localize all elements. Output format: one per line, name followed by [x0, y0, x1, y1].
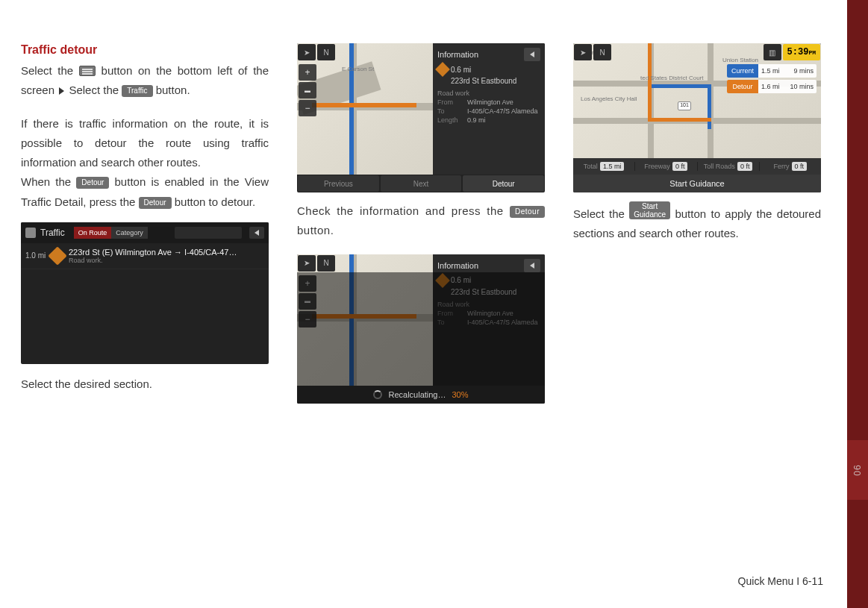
legend-current[interactable]: Current 1.5 mi9 mins [727, 64, 817, 78]
nav-arrow-button[interactable]: ➤ [574, 44, 592, 60]
traffic-row-title: 223rd St (E) Wilmington Ave → I-405/CA-4… [69, 248, 264, 257]
zoom-in-button[interactable]: + [299, 64, 316, 81]
legend-detour[interactable]: Detour 1.6 mi10 mins [727, 80, 817, 93]
screenshot-traffic-list: Traffic On Route Category 1.0 mi 223rd S… [21, 222, 269, 364]
traffic-search[interactable] [175, 227, 242, 239]
back-arrow-icon [255, 230, 259, 236]
traffic-row[interactable]: 1.0 mi 223rd St (E) Wilmington Ave → I-4… [21, 243, 269, 269]
detour-button-ref-2: Detour [139, 197, 172, 209]
legend-current-tag: Current [727, 64, 758, 78]
route-stats-bar: Total1.5 mi Freeway0 ft Toll Roads0 ft F… [573, 158, 821, 175]
roadwork-sign-icon [48, 246, 66, 265]
panel-back-button[interactable] [524, 48, 540, 61]
map-toolbar: ➤ N ▥ 5:39PM [573, 43, 821, 61]
bottom-bar: Previous Next Detour [297, 175, 545, 192]
info-section-title: Road work [437, 90, 540, 97]
start-guidance-button-ref: StartGuidance [629, 201, 670, 219]
traffic-tabs: On Route Category [74, 227, 148, 239]
traffic-icon [25, 228, 36, 238]
paragraph-3: When the Detour button is enabled in the… [21, 172, 269, 212]
spinner-icon [373, 390, 382, 399]
next-button[interactable]: Next [381, 175, 462, 192]
traffic-header: Traffic On Route Category [21, 222, 269, 243]
chapter-highlight: 06 [847, 440, 868, 500]
info-panel: Information 0.6 mi 223rd St Eastbound Ro… [433, 43, 545, 175]
legend-detour-tag: Detour [727, 80, 758, 93]
info-from: Wilmington Ave [467, 98, 513, 106]
recalc-percent: 30% [452, 390, 469, 399]
scale-button[interactable]: ▬ [299, 82, 316, 98]
paragraph-1: Select the button on the bottom left of … [21, 61, 269, 101]
clock-display: 5:39PM [783, 44, 820, 60]
recalc-label: Recalculating… [388, 390, 446, 399]
caption-2: Check the information and press the Deto… [297, 201, 545, 241]
info-distance: 0.6 mi [451, 66, 471, 74]
shield-icon: 101 [678, 101, 691, 110]
back-button[interactable] [249, 227, 264, 239]
tab-category[interactable]: Category [111, 227, 148, 239]
start-guidance-button[interactable]: Start Guidance [573, 175, 821, 192]
screenshot-recalculating: ➤ N ▥ 3:15PM + ▬ − Information 0.6 mi 22… [297, 254, 545, 404]
map-street-label: E Carson St [342, 66, 374, 72]
side-chapter-tab: 06 [847, 0, 868, 608]
column-2: E Carson St ➤ N ▥ 3:15PM + ▬ − Informati… [297, 43, 545, 413]
dim-overlay [297, 272, 545, 386]
split-button[interactable]: ▥ [764, 44, 781, 60]
compass-button[interactable]: N [593, 44, 611, 60]
previous-button[interactable]: Previous [298, 175, 379, 192]
nav-arrow-button[interactable]: ➤ [298, 44, 316, 60]
map-label: ted States District Court [640, 75, 703, 81]
zoom-controls: + ▬ − [299, 64, 316, 118]
info-street: 223rd St Eastbound [451, 77, 516, 85]
chapter-number: 06 [852, 464, 863, 475]
nav-arrow-button[interactable]: ➤ [298, 255, 316, 272]
zoom-out-button[interactable]: − [299, 100, 316, 116]
detour-button-ref-3: Detour [510, 206, 545, 218]
detour-button[interactable]: Detour [463, 175, 544, 192]
screenshot-start-guidance: rd Park Union Station ted States Distric… [573, 43, 821, 192]
recalculating-bar: Recalculating… 30% [297, 386, 545, 404]
roadwork-sign-icon [435, 62, 450, 77]
tab-on-route[interactable]: On Route [74, 227, 112, 239]
back-arrow-icon [530, 51, 534, 57]
compass-button[interactable]: N [317, 44, 335, 60]
triangle-right-icon [59, 87, 64, 95]
compass-button[interactable]: N [317, 255, 335, 272]
section-heading: Traffic detour [21, 43, 269, 57]
panel-title: Information [437, 50, 478, 59]
screenshot-info-detour: E Carson St ➤ N ▥ 3:15PM + ▬ − Informati… [297, 43, 545, 192]
paragraph-2: If there is traffic information on the r… [21, 114, 269, 173]
column-3: rd Park Union Station ted States Distric… [573, 43, 821, 413]
traffic-row-subtitle: Road work. [69, 257, 264, 264]
info-to: I-405/CA-47/S Alameda [467, 107, 538, 115]
traffic-row-distance: 1.0 mi [25, 251, 46, 260]
detour-button-ref: Detour [76, 177, 109, 189]
menu-list-icon [79, 66, 96, 76]
info-length: 0.9 mi [467, 116, 486, 124]
caption-1: Select the desired section. [21, 374, 269, 394]
map-area[interactable]: E Carson St [297, 43, 433, 175]
column-1: Traffic detour Select the button on the … [21, 43, 269, 413]
traffic-button-ref: Traffic [122, 85, 152, 97]
page-footer: Quick Menu I 6-11 [738, 575, 823, 587]
map-label: Los Angeles City Hall [581, 95, 637, 102]
caption-3: Select the StartGuidance button to apply… [573, 201, 821, 244]
route-legend: Current 1.5 mi9 mins Detour 1.6 mi10 min… [727, 64, 817, 95]
traffic-title: Traffic [40, 228, 65, 238]
traffic-row-text: 223rd St (E) Wilmington Ave → I-405/CA-4… [69, 248, 264, 264]
page-content: Traffic detour Select the button on the … [21, 43, 827, 413]
